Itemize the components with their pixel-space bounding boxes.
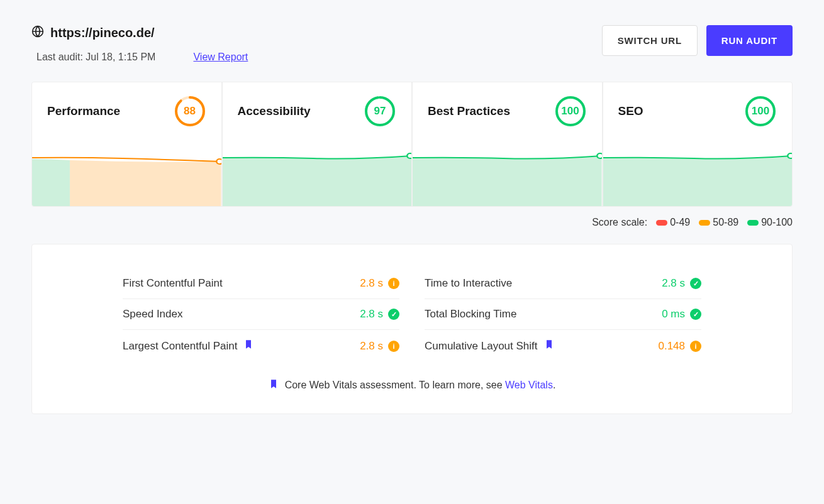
score-value: 97 bbox=[364, 95, 396, 128]
score-scale-legend: Score scale: 0-49 50-89 90-100 bbox=[31, 217, 793, 228]
metric-label: Time to Interactive bbox=[425, 277, 512, 290]
card-title: Accessibility bbox=[238, 104, 311, 118]
view-report-link[interactable]: View Report bbox=[193, 52, 248, 63]
metric-label: First Contentful Paint bbox=[123, 277, 223, 290]
card-title: SEO bbox=[618, 104, 643, 118]
bookmark-icon bbox=[269, 378, 279, 392]
metric-row: Speed Index 2.8 s ✓ bbox=[123, 299, 399, 330]
audit-url: https://pineco.de/ bbox=[50, 26, 155, 40]
bookmark-icon bbox=[243, 339, 253, 353]
score-card-performance[interactable]: Performance 88 bbox=[32, 82, 221, 206]
switch-url-button[interactable]: SWITCH URL bbox=[602, 25, 698, 56]
score-card-best-practices[interactable]: Best Practices 100 bbox=[413, 82, 602, 206]
metric-row: First Contentful Paint 2.8 s i bbox=[123, 268, 399, 299]
score-card-accessibility[interactable]: Accessibility 97 bbox=[223, 82, 412, 206]
globe-icon bbox=[31, 25, 44, 40]
metric-row: Cumulative Layout Shift 0.148 i bbox=[425, 330, 701, 362]
metric-value: 2.8 s bbox=[662, 277, 685, 290]
svg-point-9 bbox=[597, 153, 601, 158]
web-vitals-link[interactable]: Web Vitals bbox=[505, 380, 553, 390]
metric-label: Cumulative Layout Shift bbox=[425, 340, 538, 353]
metric-row: Total Blocking Time 0 ms ✓ bbox=[425, 299, 701, 330]
metric-label: Speed Index bbox=[123, 308, 182, 320]
metric-value: 0.148 bbox=[658, 340, 685, 353]
sparkline bbox=[32, 146, 221, 206]
metric-value: 2.8 s bbox=[360, 340, 383, 353]
card-title: Best Practices bbox=[428, 104, 510, 118]
metric-row: Time to Interactive 2.8 s ✓ bbox=[425, 268, 701, 299]
score-ring: 97 bbox=[364, 95, 396, 128]
run-audit-button[interactable]: RUN AUDIT bbox=[706, 25, 793, 56]
footer-text: Core Web Vitals assessment. To learn mor… bbox=[285, 380, 505, 390]
footer-text-end: . bbox=[553, 380, 555, 390]
svg-point-12 bbox=[788, 153, 792, 158]
sparkline bbox=[413, 146, 602, 206]
metric-row: Largest Contentful Paint 2.8 s i bbox=[123, 330, 399, 362]
score-ring: 88 bbox=[174, 95, 206, 128]
legend-label: Score scale: bbox=[592, 217, 647, 228]
sparkline bbox=[223, 146, 412, 206]
last-audit-label: Last audit: Jul 18, 1:15 PM bbox=[36, 52, 155, 63]
metric-label: Total Blocking Time bbox=[425, 308, 516, 320]
metrics-panel: First Contentful Paint 2.8 s i Speed Ind… bbox=[31, 244, 793, 414]
score-cards: Performance 88 Accessibility bbox=[31, 82, 793, 207]
score-value: 88 bbox=[174, 95, 206, 128]
check-icon: ✓ bbox=[388, 309, 399, 320]
legend-range-average: 50-89 bbox=[713, 217, 738, 227]
metric-label: Largest Contentful Paint bbox=[123, 340, 237, 353]
check-icon: ✓ bbox=[690, 278, 701, 289]
metric-value: 2.8 s bbox=[360, 277, 383, 290]
svg-point-3 bbox=[216, 159, 221, 164]
info-icon: i bbox=[690, 341, 701, 352]
check-icon: ✓ bbox=[690, 309, 701, 320]
sparkline bbox=[603, 146, 793, 206]
score-card-seo[interactable]: SEO 100 bbox=[603, 82, 793, 206]
score-value: 100 bbox=[744, 95, 777, 128]
metric-value: 0 ms bbox=[662, 308, 685, 320]
legend-range-pass: 90-100 bbox=[761, 217, 793, 227]
legend-range-fail: 0-49 bbox=[670, 217, 690, 227]
svg-point-6 bbox=[407, 153, 411, 158]
card-title: Performance bbox=[47, 104, 120, 118]
score-ring: 100 bbox=[744, 95, 777, 128]
score-ring: 100 bbox=[554, 95, 587, 128]
info-icon: i bbox=[388, 341, 399, 352]
metric-value: 2.8 s bbox=[360, 308, 383, 320]
score-value: 100 bbox=[554, 95, 587, 128]
info-icon: i bbox=[388, 278, 399, 289]
bookmark-icon bbox=[544, 339, 554, 353]
